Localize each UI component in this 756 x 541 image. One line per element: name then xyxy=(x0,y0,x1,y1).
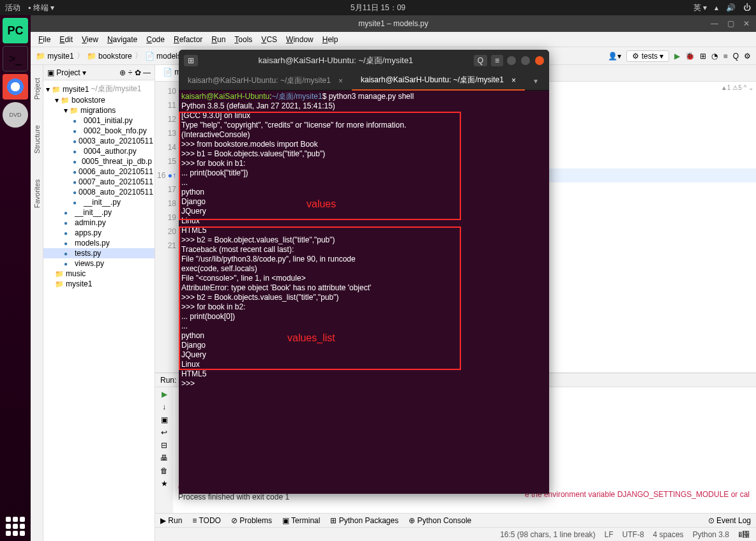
tree-item[interactable]: 0005_threat_ip_db.p xyxy=(43,156,155,167)
bottom-tab[interactable]: ⊕ Python Console xyxy=(409,516,471,525)
menu-help[interactable]: Help xyxy=(319,34,342,45)
tree-item[interactable]: 0003_auto_20210511 xyxy=(43,136,155,146)
pycharm-icon[interactable]: PC xyxy=(3,18,28,43)
tree-item[interactable]: 0006_auto_20210511 xyxy=(43,167,155,177)
activities-button[interactable]: 活动 xyxy=(5,3,20,13)
tree-item[interactable]: ▾ migrations xyxy=(43,105,155,115)
tree-item[interactable]: 0001_initial.py xyxy=(43,115,155,126)
menu-window[interactable]: Window xyxy=(282,34,317,45)
debug-button[interactable]: 🐞 xyxy=(685,52,695,61)
network-icon[interactable]: ▴ xyxy=(714,3,718,12)
close-button[interactable]: ✕ xyxy=(743,19,750,28)
terminal-tab[interactable]: kaisarh@KaiSarH-Ubuntu: ~/桌面/mysite1 × xyxy=(352,71,525,91)
screenshot-button[interactable]: ▣ xyxy=(161,415,168,424)
print-button[interactable]: 🖶 xyxy=(160,454,168,463)
close-icon[interactable] xyxy=(535,56,544,65)
menu-code[interactable]: Code xyxy=(142,34,169,45)
run-config-selector[interactable]: ⚙ tests ▾ xyxy=(626,50,669,62)
menu-button[interactable]: ≡ xyxy=(491,55,503,66)
clock[interactable]: 5月11日 15：09 xyxy=(351,3,405,13)
gnome-terminal-window: ⊞ kaisarh@KaiSarH-Ubuntu: ~/桌面/mysite1 Q… xyxy=(179,50,549,494)
tree-item[interactable]: music xyxy=(43,269,155,279)
status-item[interactable]: 4 spaces xyxy=(653,530,684,539)
tree-item[interactable]: 0007_auto_20210511 xyxy=(43,177,155,187)
bottom-tab[interactable]: ▣ Terminal xyxy=(282,516,320,525)
minimize-icon[interactable] xyxy=(507,56,516,65)
search-button[interactable]: Q xyxy=(474,55,487,66)
tree-item[interactable]: apps.py xyxy=(43,228,155,238)
chrome-icon[interactable] xyxy=(3,74,28,100)
rerun-button[interactable]: ▶ xyxy=(162,390,167,399)
project-tree[interactable]: ▾ mysite1 ~/桌面/mysite1▾ bookstore▾ migra… xyxy=(43,80,155,541)
settings-icon[interactable]: ⚙ xyxy=(744,52,751,61)
bottom-tab[interactable]: ▶ Run xyxy=(160,516,182,525)
menu-tools[interactable]: Tools xyxy=(231,34,256,45)
tree-item[interactable]: ▾ bookstore xyxy=(43,95,155,105)
status-item[interactable]: LF xyxy=(605,530,614,539)
inspection-summary[interactable]: ▲1 ⚠5 ^ ⌄ xyxy=(721,84,753,91)
tree-item[interactable]: ▾ mysite1 ~/桌面/mysite1 xyxy=(43,83,155,95)
apps-grid-icon[interactable] xyxy=(6,517,25,536)
tree-item[interactable]: 0004_author.py xyxy=(43,146,155,156)
stop-button[interactable]: ■ xyxy=(723,52,727,61)
panel-tools[interactable]: ⊕ ÷ ✿ — xyxy=(119,68,151,77)
menu-refactor[interactable]: Refactor xyxy=(170,34,206,45)
dvd-icon[interactable]: DVD xyxy=(3,102,28,128)
favorites-tab[interactable]: Favorites xyxy=(33,179,41,208)
tree-item[interactable]: __init__.py xyxy=(43,207,155,218)
coverage-button[interactable]: ⊞ xyxy=(700,52,706,61)
new-tab-button[interactable]: ⊞ xyxy=(184,55,198,66)
project-tab[interactable]: Project xyxy=(33,78,41,100)
event-log-button[interactable]: ⊙ Event Log xyxy=(708,516,751,525)
terminal-icon[interactable]: >_ xyxy=(3,46,28,71)
menu-edit[interactable]: Edit xyxy=(56,34,77,45)
tree-item[interactable]: 0008_auto_20210511 xyxy=(43,187,155,197)
tab-overflow[interactable]: ▾ xyxy=(525,73,547,89)
status-item[interactable]: 16:5 (98 chars, 1 line break) xyxy=(500,530,595,539)
project-panel-header: ▣ Project ▾ ⊕ ÷ ✿ — xyxy=(43,65,155,80)
status-item[interactable]: Python 3.8 xyxy=(693,530,729,539)
user-icon[interactable]: 👤▾ xyxy=(608,52,621,61)
tree-item[interactable]: admin.py xyxy=(43,218,155,228)
app-indicator[interactable]: ▪ 终端 ▾ xyxy=(28,3,54,13)
maximize-button[interactable]: ▢ xyxy=(727,19,734,28)
tree-item[interactable]: views.py xyxy=(43,258,155,269)
soft-wrap-button[interactable]: ↩ xyxy=(161,428,167,437)
stop-run-button[interactable]: ↓ xyxy=(162,403,166,411)
menu-navigate[interactable]: Navigate xyxy=(103,34,141,45)
bottom-tab[interactable]: ⊘ Problems xyxy=(231,516,272,525)
volume-icon[interactable]: 🔊 xyxy=(726,3,736,12)
profile-button[interactable]: ◔ xyxy=(711,52,718,61)
expand-button[interactable]: ★ xyxy=(161,479,168,488)
run-button[interactable]: ▶ xyxy=(674,52,680,61)
structure-tab[interactable]: Structure xyxy=(33,125,41,154)
terminal-body[interactable]: kaisarh@KaiSarH-Ubuntu:~/桌面/mysite1$ pyt… xyxy=(179,91,549,494)
menu-vcs[interactable]: VCS xyxy=(257,34,281,45)
topbar-left: 活动 ▪ 终端 ▾ xyxy=(5,3,54,13)
terminal-tabs: kaisarh@KaiSarH-Ubuntu: ~/桌面/mysite1 ×ka… xyxy=(179,71,549,91)
menu-file[interactable]: File xyxy=(34,34,54,45)
tree-item[interactable]: __init__.py xyxy=(43,197,155,207)
maximize-icon[interactable] xyxy=(521,56,530,65)
breadcrumb-item[interactable]: 📁 bookstore xyxy=(87,52,132,61)
delete-button[interactable]: 🗑 xyxy=(160,466,168,475)
power-icon[interactable]: ⏻ xyxy=(743,3,751,12)
bottom-tab[interactable]: ⊞ Python Packages xyxy=(330,516,398,525)
tree-item[interactable]: mysite1 xyxy=(43,279,155,289)
search-icon[interactable]: Q xyxy=(733,52,739,61)
scroll-button[interactable]: ⊟ xyxy=(161,441,167,450)
menu-run[interactable]: Run xyxy=(208,34,229,45)
gutter: 10111213141516 ●↑1718192021 xyxy=(155,82,181,373)
menu-view[interactable]: View xyxy=(78,34,102,45)
tree-item[interactable]: tests.py xyxy=(43,248,155,258)
status-item[interactable]: UTF-8 xyxy=(623,530,644,539)
tree-item[interactable]: models.py xyxy=(43,238,155,248)
minimize-button[interactable]: — xyxy=(711,19,718,28)
status-item[interactable]: �጑ xyxy=(738,530,750,539)
terminal-tab[interactable]: kaisarh@KaiSarH-Ubuntu: ~/桌面/mysite1 × xyxy=(179,71,352,90)
ime-indicator[interactable]: 英 ▾ xyxy=(693,3,707,13)
bottom-tab[interactable]: ≡ TODO xyxy=(192,516,221,525)
tree-item[interactable]: 0002_book_nfo.py xyxy=(43,126,155,136)
breadcrumb-item[interactable]: 📁 mysite1 xyxy=(36,52,74,61)
run-toolbar: ▶ ↓ ▣ ↩ ⊟ 🖶 🗑 ★ xyxy=(155,387,173,513)
